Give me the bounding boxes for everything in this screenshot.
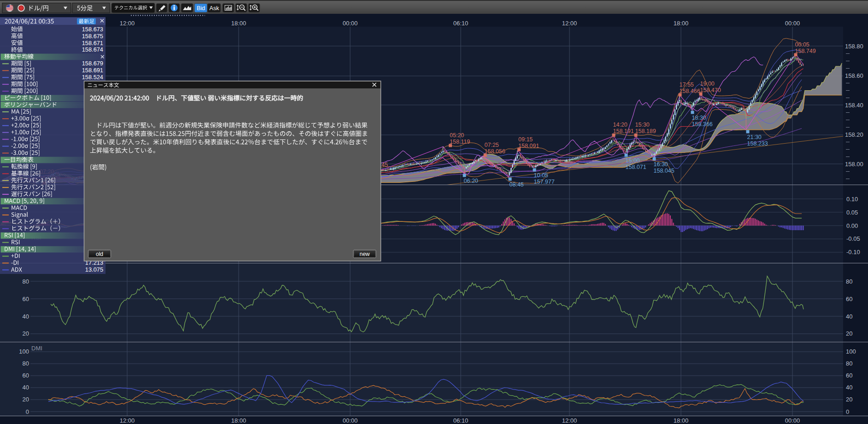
- svg-text:158.470: 158.470: [700, 87, 721, 93]
- svg-text:17:55: 17:55: [680, 81, 694, 88]
- svg-text:158.071: 158.071: [626, 164, 646, 170]
- svg-text:100: 100: [846, 348, 856, 355]
- svg-text:40: 40: [23, 384, 29, 391]
- svg-text:158.189: 158.189: [635, 128, 656, 134]
- svg-text:18:30: 18:30: [692, 115, 706, 121]
- svg-text:158.119: 158.119: [450, 139, 470, 145]
- svg-text:80: 80: [846, 278, 852, 285]
- svg-text:157.977: 157.977: [534, 179, 555, 185]
- svg-text:158.233: 158.233: [747, 140, 768, 147]
- svg-text:20: 20: [23, 330, 29, 337]
- svg-text:158.80: 158.80: [845, 43, 863, 50]
- svg-text:158.366: 158.366: [692, 121, 713, 128]
- svg-text:12:00: 12:00: [562, 20, 577, 27]
- svg-text:158.749: 158.749: [795, 48, 816, 54]
- svg-text:12:00: 12:00: [120, 20, 135, 27]
- svg-text:15:30: 15:30: [635, 122, 650, 128]
- svg-text:40: 40: [23, 313, 29, 320]
- svg-text:158.00: 158.00: [845, 161, 863, 168]
- svg-text:06:20: 06:20: [464, 178, 478, 184]
- svg-text:06:10: 06:10: [453, 20, 469, 27]
- svg-text:45: 45: [381, 162, 388, 168]
- svg-text:18:00: 18:00: [674, 417, 689, 424]
- svg-text:DMI: DMI: [31, 345, 42, 352]
- svg-text:40: 40: [846, 313, 852, 320]
- svg-text:old: old: [96, 251, 103, 257]
- svg-text:00:00: 00:00: [785, 417, 800, 424]
- svg-text:-0.10: -0.10: [846, 249, 860, 256]
- svg-text:16:30: 16:30: [654, 161, 668, 168]
- svg-text:0.05: 0.05: [846, 209, 858, 216]
- svg-text:14:20: 14:20: [613, 122, 628, 128]
- svg-text:20: 20: [846, 330, 852, 337]
- svg-text:12:00: 12:00: [562, 417, 577, 424]
- svg-text:158.60: 158.60: [845, 72, 863, 79]
- svg-text:07:25: 07:25: [485, 142, 499, 148]
- svg-text:00:00: 00:00: [785, 20, 800, 27]
- svg-text:06:10: 06:10: [453, 417, 469, 424]
- svg-text:158.671: 158.671: [82, 40, 103, 46]
- svg-text:158.673: 158.673: [82, 26, 103, 33]
- svg-text:60: 60: [846, 296, 852, 302]
- svg-text:0.10: 0.10: [846, 196, 858, 203]
- svg-text:15:00: 15:00: [626, 157, 640, 164]
- svg-text:Ask: Ask: [210, 5, 220, 12]
- svg-text:05:20: 05:20: [450, 132, 464, 139]
- svg-text:08:45: 08:45: [510, 181, 524, 188]
- svg-text:100: 100: [19, 348, 29, 355]
- svg-text:158.679: 158.679: [82, 60, 103, 67]
- svg-text:12:00: 12:00: [120, 417, 135, 424]
- svg-text:60: 60: [23, 372, 29, 379]
- svg-text:00:05: 00:05: [795, 41, 809, 48]
- svg-text:10:05: 10:05: [534, 172, 548, 179]
- svg-text:60: 60: [23, 296, 29, 302]
- svg-text:18:00: 18:00: [231, 20, 246, 27]
- svg-text:18:00: 18:00: [674, 20, 689, 27]
- svg-text:158.675: 158.675: [82, 33, 103, 40]
- svg-text:-0.05: -0.05: [846, 235, 860, 242]
- svg-text:80: 80: [846, 360, 852, 367]
- svg-text:80: 80: [23, 360, 29, 367]
- svg-text:158.466: 158.466: [680, 88, 700, 94]
- svg-text:158.045: 158.045: [654, 168, 674, 174]
- svg-text:158.191: 158.191: [613, 128, 634, 134]
- svg-text:80: 80: [23, 278, 29, 285]
- svg-text:158.691: 158.691: [82, 67, 103, 74]
- svg-text:Bid: Bid: [197, 5, 205, 12]
- svg-text:158.091: 158.091: [518, 143, 539, 149]
- svg-text:158.20: 158.20: [845, 131, 863, 138]
- svg-text:0: 0: [846, 408, 849, 415]
- svg-text:20: 20: [23, 396, 29, 403]
- svg-text:0: 0: [26, 408, 29, 415]
- svg-text:19:00: 19:00: [700, 81, 715, 87]
- svg-text:13.075: 13.075: [85, 266, 103, 273]
- svg-text:158.056: 158.056: [485, 148, 505, 155]
- svg-text:00:00: 00:00: [343, 20, 358, 27]
- svg-text:40: 40: [846, 384, 852, 391]
- svg-text:20: 20: [846, 396, 852, 403]
- svg-text:09:15: 09:15: [518, 136, 533, 143]
- svg-text:158.674: 158.674: [82, 46, 103, 53]
- svg-text:60: 60: [846, 372, 852, 379]
- svg-text:158.40: 158.40: [845, 102, 863, 109]
- svg-text:0.00: 0.00: [846, 222, 858, 229]
- svg-text:18:00: 18:00: [231, 417, 246, 424]
- svg-text:00:00: 00:00: [343, 417, 358, 424]
- svg-text:new: new: [359, 251, 369, 257]
- svg-text:158.524: 158.524: [82, 74, 103, 81]
- svg-text:21:30: 21:30: [747, 134, 762, 140]
